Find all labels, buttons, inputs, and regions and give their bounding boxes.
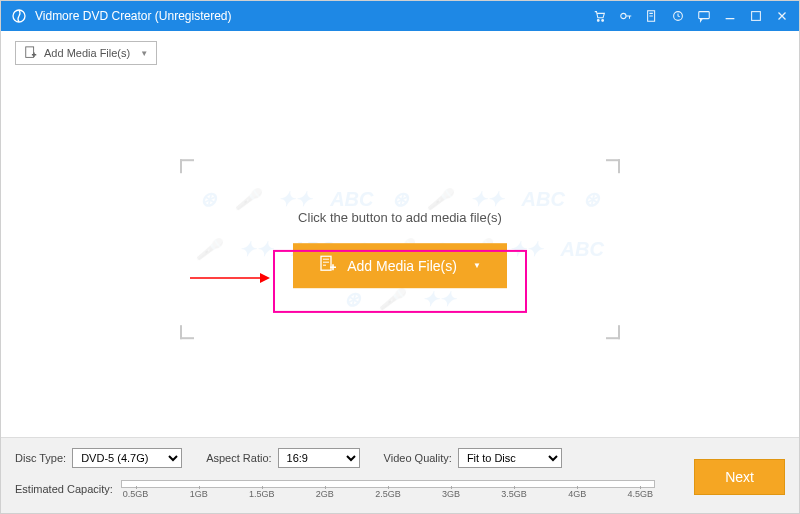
key-icon[interactable] — [619, 9, 633, 23]
capacity-bar: 0.5GB 1GB 1.5GB 2GB 2.5GB 3GB 3.5GB 4GB … — [121, 478, 655, 500]
history-icon[interactable] — [671, 9, 685, 23]
svg-rect-9 — [321, 256, 331, 270]
add-media-main-button[interactable]: Add Media File(s) ▼ — [293, 243, 507, 288]
title-bar: Vidmore DVD Creator (Unregistered) — [1, 1, 799, 31]
add-media-toolbar-label: Add Media File(s) — [44, 47, 130, 59]
disc-type-select[interactable]: DVD-5 (4.7G) — [72, 448, 182, 468]
cart-icon[interactable] — [593, 9, 607, 23]
svg-rect-8 — [26, 47, 34, 58]
capacity-tick: 1.5GB — [249, 489, 275, 499]
titlebar-actions — [593, 9, 789, 23]
aspect-ratio-option: Aspect Ratio: 16:9 — [206, 448, 359, 468]
disc-type-label: Disc Type: — [15, 452, 66, 464]
toolbar: Add Media File(s) ▼ — [1, 31, 799, 75]
minimize-icon[interactable] — [723, 9, 737, 23]
main-content: ⊛🎤✦✦ABC⊛🎤✦✦ ABC⊛🎤✦✦ABC⊛🎤 ⊛🎤✦✦ABC⊛🎤✦✦ Cli… — [1, 75, 799, 445]
video-quality-select[interactable]: Fit to Disc — [458, 448, 562, 468]
capacity-tick: 0.5GB — [123, 489, 149, 499]
svg-point-1 — [597, 20, 599, 22]
capacity-tick: 1GB — [190, 489, 208, 499]
chevron-down-icon: ▼ — [473, 261, 481, 270]
chevron-down-icon: ▼ — [140, 49, 148, 58]
svg-point-2 — [602, 20, 604, 22]
feedback-icon[interactable] — [697, 9, 711, 23]
output-options: Disc Type: DVD-5 (4.7G) Aspect Ratio: 16… — [15, 448, 785, 468]
add-media-toolbar-button[interactable]: Add Media File(s) ▼ — [15, 41, 157, 65]
aspect-ratio-select[interactable]: 16:9 — [278, 448, 360, 468]
svg-rect-6 — [699, 12, 710, 19]
window-title: Vidmore DVD Creator (Unregistered) — [35, 9, 593, 23]
video-quality-label: Video Quality: — [384, 452, 452, 464]
corner-marker — [606, 159, 620, 173]
corner-marker — [180, 325, 194, 339]
corner-marker — [180, 159, 194, 173]
capacity-tick: 3GB — [442, 489, 460, 499]
add-file-icon — [24, 46, 38, 60]
corner-marker — [606, 325, 620, 339]
maximize-icon[interactable] — [749, 9, 763, 23]
add-file-icon — [319, 255, 337, 276]
next-button[interactable]: Next — [694, 459, 785, 495]
add-media-main-label: Add Media File(s) — [347, 258, 457, 274]
capacity-tick: 4.5GB — [627, 489, 653, 499]
svg-point-3 — [621, 13, 626, 18]
capacity-tick: 2.5GB — [375, 489, 401, 499]
drop-hint-text: Click the button to add media file(s) — [298, 210, 502, 225]
capacity-tick: 2GB — [316, 489, 334, 499]
capacity-tick: 3.5GB — [501, 489, 527, 499]
app-logo-icon — [11, 8, 27, 24]
capacity-row: Estimated Capacity: 0.5GB 1GB 1.5GB 2GB … — [15, 478, 785, 500]
close-icon[interactable] — [775, 9, 789, 23]
aspect-ratio-label: Aspect Ratio: — [206, 452, 271, 464]
svg-rect-7 — [752, 12, 761, 21]
video-quality-option: Video Quality: Fit to Disc — [384, 448, 562, 468]
capacity-tick: 4GB — [568, 489, 586, 499]
disc-type-option: Disc Type: DVD-5 (4.7G) — [15, 448, 182, 468]
file-icon[interactable] — [645, 9, 659, 23]
footer-bar: Disc Type: DVD-5 (4.7G) Aspect Ratio: 16… — [1, 437, 799, 513]
drop-zone[interactable]: ⊛🎤✦✦ABC⊛🎤✦✦ ABC⊛🎤✦✦ABC⊛🎤 ⊛🎤✦✦ABC⊛🎤✦✦ Cli… — [180, 159, 620, 339]
capacity-label: Estimated Capacity: — [15, 483, 113, 495]
capacity-ticks: 0.5GB 1GB 1.5GB 2GB 2.5GB 3GB 3.5GB 4GB … — [121, 489, 655, 499]
